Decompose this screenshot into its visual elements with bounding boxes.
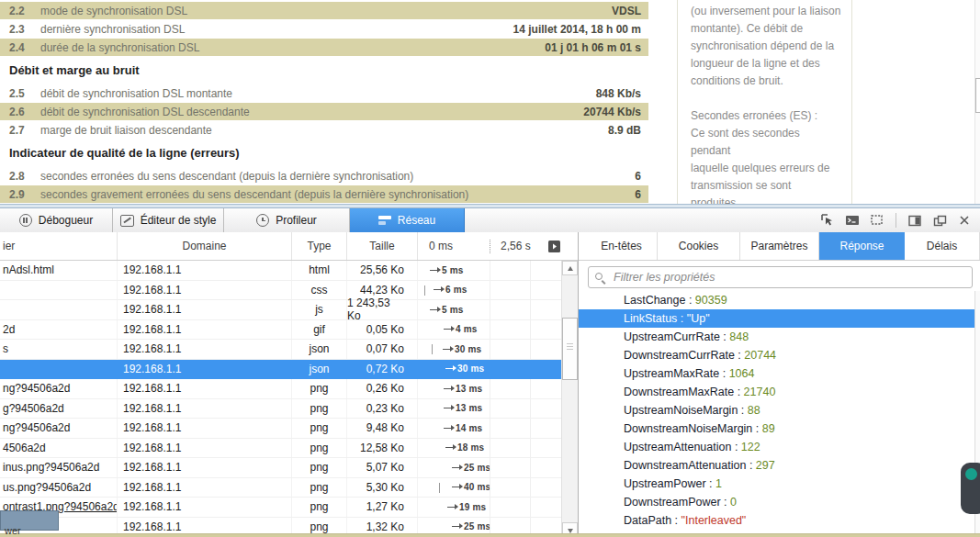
requests-list: nAdsl.html192.168.1.1html25,56 Ko5 ms192… — [0, 261, 561, 537]
request-type: css — [292, 281, 347, 300]
timeline-duration: 18 ms — [457, 442, 484, 453]
devtools-tab-style-editor[interactable]: Éditeur de style — [113, 208, 224, 232]
property-separator: : — [720, 330, 729, 343]
request-timeline: 14 ms — [418, 419, 561, 438]
request-row[interactable]: s192.168.1.1json0,07 Ko30 ms — [0, 340, 561, 360]
devtools-tab-profiler[interactable]: Profileur — [224, 208, 350, 232]
property-separator: : — [731, 441, 740, 453]
property-name: DownstreamMaxRate — [624, 386, 734, 398]
request-row[interactable]: ontrast1.png?94506a2d192.168.1.1png1,27 … — [0, 498, 561, 518]
request-size: 9,48 Ko — [347, 419, 418, 438]
property-row[interactable]: UpstreamPower : 1 — [579, 475, 975, 493]
help-sidebar: (ou inversement pour la liaisonmontante)… — [677, 0, 852, 204]
timeline-toggle-icon[interactable] — [548, 241, 560, 252]
scrollbar-thumb[interactable] — [562, 318, 578, 380]
column-header-size[interactable]: Taille — [347, 232, 418, 260]
property-row[interactable]: LinkStatus : "Up" — [579, 309, 975, 328]
request-row[interactable]: nAdsl.html192.168.1.1html25,56 Ko5 ms — [0, 261, 561, 281]
property-row[interactable]: DownstreamMaxRate : 21740 — [579, 383, 975, 401]
row-value: VDSL — [612, 5, 648, 17]
details-tab-cookies[interactable]: Cookies — [658, 232, 740, 260]
timeline-duration: 40 ms — [464, 482, 490, 492]
help-text-line: montante). Ce débit de — [691, 20, 842, 38]
column-header-timeline[interactable]: 0 ms 2,56 s — [418, 232, 578, 260]
property-row[interactable]: UpstreamAttenuation : 122 — [579, 438, 975, 456]
request-size: 12,58 Ko — [347, 439, 418, 458]
filter-box[interactable] — [588, 266, 973, 288]
request-row[interactable]: us.png?94506a2d192.168.1.1png5,30 Ko40 m… — [0, 478, 561, 498]
request-domain: 192.168.1.1 — [118, 419, 292, 438]
details-tab-headers[interactable]: En-têtes — [586, 232, 658, 260]
property-row[interactable]: UpstreamNoiseMargin : 88 — [579, 401, 975, 420]
page-scrollbar[interactable] — [974, 0, 980, 204]
column-header-domain[interactable]: Domaine — [118, 232, 292, 260]
property-separator: : — [735, 349, 744, 362]
request-row[interactable]: 192.168.1.1json0,72 Ko30 ms — [0, 360, 561, 380]
console-icon[interactable] — [844, 212, 861, 229]
request-row[interactable]: 192.168.1.1js1 243,53 Ko5 ms — [0, 300, 561, 320]
responsive-icon[interactable] — [869, 212, 885, 229]
timeline-divider — [490, 240, 490, 253]
pick-element-icon[interactable] — [819, 212, 836, 229]
timeline-bar: 30 ms — [445, 364, 484, 374]
popout-icon[interactable] — [931, 212, 948, 229]
row-number: 2.5 — [0, 87, 37, 100]
property-name: UpstreamMaxRate — [624, 367, 719, 380]
request-row[interactable]: 4506a2d192.168.1.1png12,58 Ko18 ms — [0, 439, 561, 459]
property-row[interactable]: DownstreamCurrRate : 20744 — [579, 346, 975, 364]
timeline-arrow-icon — [447, 507, 455, 508]
requests-scrollbar[interactable] — [561, 261, 578, 537]
timeline-duration: 25 ms — [464, 463, 490, 473]
details-tab-response[interactable]: Réponse — [819, 232, 905, 260]
request-row[interactable]: inus.png?94506a2d192.168.1.1png5,07 Ko25… — [0, 458, 561, 478]
request-file — [0, 300, 118, 319]
property-name: DownstreamNoiseMargin — [624, 422, 752, 435]
details-tab-params[interactable]: Paramètres — [740, 232, 819, 260]
property-row[interactable]: UpstreamMaxRate : 1064 — [579, 364, 975, 383]
request-type: png — [292, 379, 347, 398]
request-size: 0,23 Ko — [347, 399, 418, 419]
property-value: "Up" — [687, 312, 710, 325]
property-value: 297 — [756, 459, 775, 472]
column-header-type[interactable]: Type — [292, 232, 347, 260]
request-timeline: 25 ms — [418, 458, 561, 477]
property-name: UpstreamNoiseMargin — [624, 404, 738, 417]
request-row[interactable]: ng?94506a2d192.168.1.1png0,26 Ko13 ms — [0, 379, 561, 399]
notification-bubble[interactable] — [961, 463, 980, 514]
timeline-arrow-icon — [452, 467, 459, 468]
property-row[interactable]: LastChange : 90359 — [579, 291, 975, 309]
timeline-arrow-icon — [444, 329, 451, 330]
devtools-tab-network[interactable]: Réseau — [350, 208, 465, 232]
timeline-duration: 6 ms — [445, 285, 467, 295]
property-value: 21740 — [744, 386, 776, 398]
request-row[interactable]: g?94506a2d192.168.1.1png0,23 Ko13 ms — [0, 399, 561, 420]
details-tab-timings[interactable]: Délais — [905, 232, 980, 260]
request-row[interactable]: ng?94506a2d192.168.1.1png9,48 Ko14 ms — [0, 419, 561, 439]
devtools-tab-debugger[interactable]: Débogueur — [0, 208, 113, 232]
column-header-file[interactable]: ier — [0, 232, 118, 260]
requests-table: ier Domaine Type Taille 0 ms 2,56 s nAds… — [0, 232, 579, 537]
property-name: DataPath — [624, 514, 671, 527]
scroll-up-button[interactable] — [562, 261, 578, 275]
property-row[interactable]: DownstreamNoiseMargin : 89 — [579, 420, 975, 438]
page-scrollbar-thumb[interactable] — [975, 78, 980, 113]
property-value: 88 — [748, 404, 760, 417]
dsl-table-row: 2.6débit de synchronisation DSL descenda… — [0, 103, 648, 120]
network-icon — [378, 215, 391, 226]
row-number: 2.8 — [0, 170, 37, 183]
dock-icon[interactable] — [907, 212, 923, 229]
timeline-bar: 25 ms — [452, 521, 490, 531]
property-name: UpstreamPower — [624, 477, 706, 490]
property-row[interactable]: DataPath : "Interleaved" — [579, 511, 975, 530]
timeline-arrow-icon — [443, 349, 450, 350]
filter-properties-input[interactable] — [612, 270, 972, 285]
timeline-arrow-icon — [445, 447, 453, 448]
help-text-line: transmission se sont produites. — [691, 177, 842, 204]
property-row[interactable]: UpstreamCurrRate : 848 — [579, 328, 975, 346]
property-row[interactable]: DownstreamPower : 0 — [579, 493, 975, 511]
dsl-table-row: 2.4durée de la synchronisation DSL01 j 0… — [0, 39, 648, 56]
request-row[interactable]: 192.168.1.1css44,23 Ko6 ms — [0, 281, 561, 301]
close-icon[interactable] — [956, 212, 973, 229]
property-row[interactable]: DownstreamAttenuation : 297 — [579, 456, 975, 475]
request-row[interactable]: 2d192.168.1.1gif0,05 Ko4 ms — [0, 320, 561, 341]
